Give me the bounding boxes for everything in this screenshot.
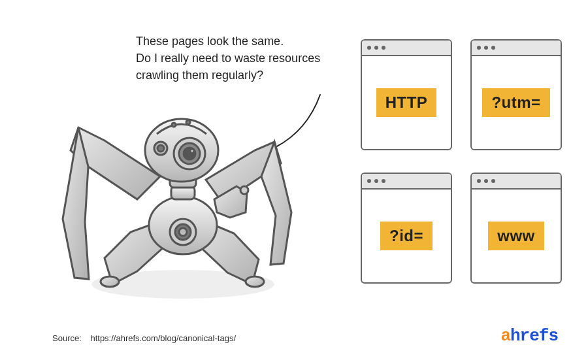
window-dot-icon	[484, 46, 488, 50]
svg-point-10	[174, 138, 205, 169]
window-dot-icon	[477, 46, 481, 50]
window-body: HTTP	[362, 56, 451, 149]
svg-point-14	[154, 142, 167, 155]
page-label-badge: ?utm=	[482, 88, 549, 117]
logo-accent-letter: a	[500, 326, 510, 346]
svg-point-3	[149, 197, 217, 254]
speech-line-3: crawling them regularly?	[136, 69, 263, 82]
svg-rect-7	[171, 186, 195, 199]
svg-point-15	[157, 145, 164, 152]
window-titlebar	[362, 174, 451, 190]
svg-point-5	[175, 224, 191, 240]
ahrefs-logo: ahrefs	[500, 326, 558, 346]
window-titlebar	[362, 41, 451, 56]
svg-point-9	[145, 119, 218, 182]
svg-point-6	[179, 228, 187, 236]
speech-bubble-text: These pages look the same. Do I really n…	[136, 33, 358, 84]
svg-point-2	[246, 276, 264, 287]
svg-point-16	[172, 123, 176, 127]
svg-point-11	[179, 143, 200, 164]
page-label-badge: ?id=	[380, 222, 433, 250]
window-body: www	[472, 190, 561, 282]
window-titlebar	[472, 174, 561, 190]
logo-rest: hrefs	[510, 326, 558, 346]
svg-point-4	[170, 219, 196, 245]
page-label-badge: www	[488, 222, 544, 250]
browser-window-utm: ?utm=	[470, 39, 562, 150]
window-dot-icon	[484, 179, 488, 183]
window-dot-icon	[374, 179, 378, 183]
source-url-text: https://ahrefs.com/blog/canonical-tags/	[90, 333, 236, 343]
window-dot-icon	[491, 46, 495, 50]
svg-point-12	[184, 148, 195, 159]
svg-point-0	[91, 270, 274, 299]
source-citation: Source: https://ahrefs.com/blog/canonica…	[52, 333, 236, 343]
page-label-badge: HTTP	[376, 88, 437, 117]
window-dot-icon	[491, 179, 495, 183]
window-dot-icon	[477, 179, 481, 183]
speech-line-2: Do I really need to waste resources	[136, 52, 320, 65]
window-body: ?utm=	[472, 56, 561, 149]
window-dot-icon	[367, 46, 371, 50]
speech-line-1: These pages look the same.	[136, 35, 284, 48]
browser-window-http: HTTP	[361, 39, 452, 150]
browser-window-www: www	[470, 173, 562, 284]
window-titlebar	[472, 41, 561, 56]
svg-rect-8	[170, 174, 196, 188]
window-dot-icon	[374, 46, 378, 50]
crawler-robot-icon	[59, 88, 307, 310]
source-label: Source:	[52, 333, 82, 343]
svg-point-1	[101, 276, 119, 287]
svg-point-17	[186, 120, 190, 124]
speech-tail-icon	[274, 91, 327, 150]
svg-point-13	[190, 149, 194, 153]
browser-windows-grid: HTTP ?utm= ?id= www	[361, 39, 562, 284]
window-dot-icon	[367, 179, 371, 183]
window-body: ?id=	[362, 190, 451, 282]
browser-window-id: ?id=	[361, 173, 452, 284]
window-dot-icon	[382, 179, 385, 183]
window-dot-icon	[382, 46, 385, 50]
svg-point-18	[240, 186, 248, 194]
